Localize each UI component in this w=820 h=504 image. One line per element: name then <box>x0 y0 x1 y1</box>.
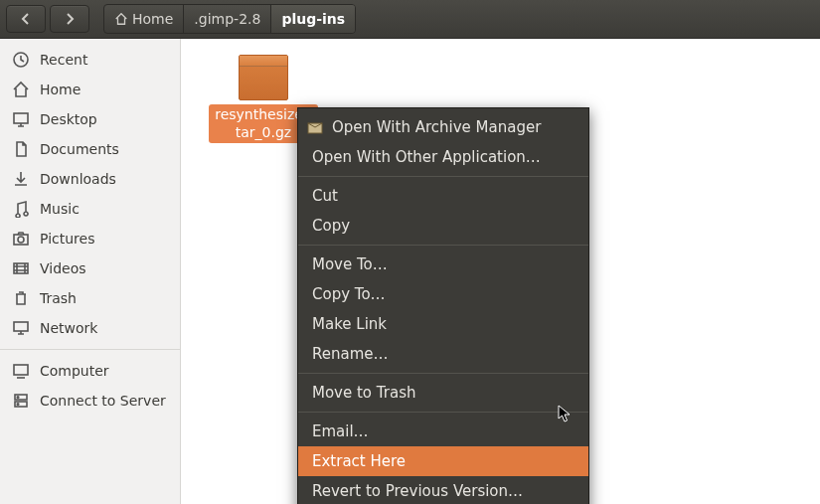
network-icon <box>12 319 30 337</box>
toolbar: Home .gimp-2.8 plug-ins <box>0 0 820 39</box>
menu-label: Email… <box>312 422 369 440</box>
menu-label: Open With Other Application… <box>312 148 541 166</box>
menu-label: Cut <box>312 187 338 205</box>
clock-icon <box>12 51 30 69</box>
desktop-icon <box>12 110 30 128</box>
breadcrumb-gimp-label: .gimp-2.8 <box>194 11 260 27</box>
video-icon <box>12 259 30 277</box>
sidebar-separator <box>0 349 180 350</box>
sidebar-item-label: Computer <box>40 363 109 379</box>
menu-copy-to[interactable]: Copy To… <box>298 279 588 309</box>
menu-extract-here[interactable]: Extract Here <box>298 446 588 476</box>
camera-icon <box>12 230 30 248</box>
menu-move-to[interactable]: Move To… <box>298 250 588 279</box>
sidebar-item-computer[interactable]: Computer <box>0 356 180 386</box>
computer-icon <box>12 362 30 380</box>
archive-icon <box>239 55 288 100</box>
svg-rect-5 <box>14 322 28 331</box>
sidebar-item-videos[interactable]: Videos <box>0 253 180 283</box>
menu-label: Move To… <box>312 255 388 273</box>
sidebar-item-recent[interactable]: Recent <box>0 45 180 75</box>
svg-rect-6 <box>14 365 28 375</box>
trash-icon <box>12 289 30 307</box>
menu-label: Rename… <box>312 345 389 363</box>
menu-cut[interactable]: Cut <box>298 181 588 211</box>
sidebar-item-home[interactable]: Home <box>0 75 180 104</box>
sidebar-item-label: Documents <box>40 141 119 157</box>
menu-separator <box>298 412 588 413</box>
sidebar-item-documents[interactable]: Documents <box>0 134 180 164</box>
document-icon <box>12 140 30 158</box>
menu-separator <box>298 245 588 246</box>
breadcrumb-plugins[interactable]: plug-ins <box>271 5 355 33</box>
breadcrumb-home[interactable]: Home <box>104 5 184 33</box>
archive-manager-icon <box>306 118 324 136</box>
menu-label: Move to Trash <box>312 384 415 402</box>
sidebar-item-pictures[interactable]: Pictures <box>0 224 180 253</box>
menu-label: Copy <box>312 217 350 235</box>
breadcrumb: Home .gimp-2.8 plug-ins <box>103 4 356 34</box>
menu-label: Revert to Previous Version… <box>312 482 523 500</box>
sidebar-item-label: Network <box>40 320 97 336</box>
sidebar-item-label: Music <box>40 201 80 217</box>
menu-revert-previous[interactable]: Revert to Previous Version… <box>298 476 588 504</box>
menu-label: Copy To… <box>312 285 386 303</box>
menu-make-link[interactable]: Make Link <box>298 309 588 339</box>
sidebar-item-label: Recent <box>40 52 87 68</box>
sidebar-item-label: Trash <box>40 290 77 306</box>
sidebar-item-desktop[interactable]: Desktop <box>0 104 180 134</box>
home-icon <box>114 12 128 26</box>
menu-rename[interactable]: Rename… <box>298 339 588 369</box>
sidebar-item-label: Downloads <box>40 171 116 187</box>
download-icon <box>12 170 30 188</box>
menu-label: Make Link <box>312 315 387 333</box>
menu-separator <box>298 176 588 177</box>
menu-label: Open With Archive Manager <box>332 118 541 136</box>
menu-open-archive-manager[interactable]: Open With Archive Manager <box>298 112 588 142</box>
sidebar: Recent Home Desktop Documents Downloads … <box>0 39 181 504</box>
menu-open-with-other[interactable]: Open With Other Application… <box>298 142 588 172</box>
sidebar-item-label: Videos <box>40 260 86 276</box>
back-button[interactable] <box>6 5 46 33</box>
breadcrumb-plugins-label: plug-ins <box>281 11 345 27</box>
menu-move-to-trash[interactable]: Move to Trash <box>298 378 588 408</box>
forward-button[interactable] <box>50 5 89 33</box>
sidebar-item-label: Desktop <box>40 111 97 127</box>
svg-rect-4 <box>14 263 28 273</box>
breadcrumb-home-label: Home <box>132 11 173 27</box>
menu-label: Extract Here <box>312 452 406 470</box>
context-menu: Open With Archive Manager Open With Othe… <box>297 107 589 504</box>
sidebar-item-label: Connect to Server <box>40 393 166 409</box>
svg-rect-1 <box>14 113 28 123</box>
svg-point-10 <box>17 404 19 406</box>
sidebar-item-connect-server[interactable]: Connect to Server <box>0 386 180 416</box>
svg-point-9 <box>17 397 19 399</box>
svg-point-3 <box>18 237 24 243</box>
music-icon <box>12 200 30 218</box>
sidebar-item-label: Pictures <box>40 231 94 247</box>
breadcrumb-gimp[interactable]: .gimp-2.8 <box>184 5 271 33</box>
menu-email[interactable]: Email… <box>298 417 588 446</box>
sidebar-item-trash[interactable]: Trash <box>0 283 180 313</box>
sidebar-item-network[interactable]: Network <box>0 313 180 343</box>
menu-separator <box>298 373 588 374</box>
menu-copy[interactable]: Copy <box>298 211 588 241</box>
sidebar-item-music[interactable]: Music <box>0 194 180 224</box>
sidebar-item-label: Home <box>40 82 81 97</box>
server-icon <box>12 392 30 410</box>
home-icon <box>12 81 30 98</box>
sidebar-item-downloads[interactable]: Downloads <box>0 164 180 194</box>
